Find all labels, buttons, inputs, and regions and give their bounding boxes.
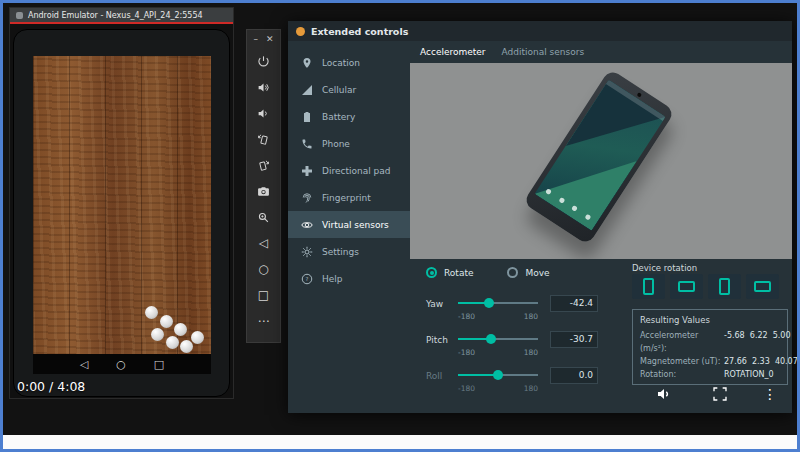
device-body	[523, 69, 676, 246]
player-menu-button[interactable]: ⋮	[759, 384, 781, 404]
roll-slider[interactable]	[458, 369, 538, 381]
slider-thumb[interactable]	[484, 298, 494, 308]
ball	[145, 306, 158, 319]
slider-max-label: 180	[524, 384, 538, 393]
sidebar-item-battery[interactable]: Battery	[288, 103, 410, 130]
volume-up-button[interactable]	[251, 74, 277, 100]
sensor-controls-panel: Rotate Move Yaw	[410, 259, 792, 413]
back-nav-button[interactable]: ◁	[251, 230, 277, 256]
device-3d-model[interactable]	[523, 69, 676, 246]
sidebar-item-settings[interactable]: Settings	[288, 238, 410, 265]
rotate-radio-label: Rotate	[444, 268, 473, 278]
sidebar-item-fingerprint[interactable]: Fingerprint	[288, 184, 410, 211]
phone-screen[interactable]: ◁ ○ □	[33, 56, 211, 374]
tab-accelerometer[interactable]: Accelerometer	[420, 47, 486, 57]
back-icon[interactable]: ◁	[80, 358, 88, 371]
player-volume-button[interactable]	[653, 384, 675, 404]
toolbar-window-controls: – ✕	[253, 30, 273, 48]
sidebar-item-help[interactable]: ? Help	[288, 265, 410, 292]
roll-slider-row: Roll -180 180	[426, 369, 598, 393]
slider-max-label: 180	[524, 348, 538, 357]
emulator-title: Android Emulator - Nexus_4_API_24_2:5554	[28, 11, 203, 20]
power-button[interactable]	[251, 48, 277, 74]
phone-icon	[301, 138, 313, 150]
fingerprint-icon	[301, 192, 313, 204]
move-radio[interactable]: Move	[507, 267, 549, 278]
result-value: ROTATION_0	[724, 368, 774, 381]
sidebar-item-phone[interactable]: Phone	[288, 130, 410, 157]
yaw-slider[interactable]	[458, 297, 538, 309]
screenshot-button[interactable]	[251, 178, 277, 204]
sidebar-item-label: Cellular	[322, 85, 356, 95]
result-label: Accelerometer (m/s²):	[640, 329, 724, 355]
player-fullscreen-button[interactable]	[709, 384, 731, 404]
pitch-slider[interactable]	[458, 333, 538, 345]
battery-icon	[301, 111, 313, 123]
yaw-value-field[interactable]: -42.4	[550, 295, 598, 312]
power-icon	[257, 55, 270, 68]
video-area[interactable]: Android Emulator - Nexus_4_API_24_2:5554	[3, 3, 797, 435]
roll-label: Roll	[426, 369, 458, 381]
zoom-button[interactable]	[251, 204, 277, 230]
slider-thumb[interactable]	[493, 370, 503, 380]
yaw-slider-row: Yaw -180 180	[426, 297, 598, 321]
phone-portrait-icon	[719, 278, 730, 295]
pitch-slider-row: Pitch -180 180	[426, 333, 598, 357]
phone-skin: ◁ ○ □	[13, 29, 230, 397]
dpad-icon	[301, 165, 313, 177]
rotation-reverse-landscape-button[interactable]	[746, 274, 779, 299]
window-icon	[296, 27, 305, 36]
location-icon	[301, 57, 313, 69]
more-button[interactable]: ⋯	[251, 308, 277, 334]
device-3d-view[interactable]	[410, 63, 792, 259]
result-label: Rotation:	[640, 368, 724, 381]
help-icon: ?	[301, 273, 313, 285]
virtual-sensors-icon	[301, 219, 313, 231]
result-value: -5.68 6.22 5.00	[724, 329, 791, 355]
home-icon: ○	[258, 263, 268, 275]
sidebar-item-cellular[interactable]: Cellular	[288, 76, 410, 103]
overview-nav-button[interactable]: □	[251, 282, 277, 308]
home-icon[interactable]: ○	[116, 358, 126, 371]
sidebar-item-directional-pad[interactable]: Directional pad	[288, 157, 410, 184]
home-nav-button[interactable]: ○	[251, 256, 277, 282]
minimize-button[interactable]: –	[253, 34, 258, 44]
slider-thumb[interactable]	[486, 334, 496, 344]
phone-landscape-icon	[754, 281, 771, 292]
sidebar-item-label: Phone	[322, 139, 350, 149]
mode-selector: Rotate Move	[426, 267, 550, 278]
roll-value-field[interactable]: 0.0	[550, 367, 598, 384]
slider-min-label: -180	[458, 312, 475, 321]
rotate-radio[interactable]: Rotate	[426, 267, 473, 278]
ball	[174, 323, 187, 336]
sidebar-item-location[interactable]: Location	[288, 49, 410, 76]
more-icon: ⋯	[258, 315, 270, 327]
volume-down-icon	[257, 107, 270, 120]
pitch-value-field[interactable]: -30.7	[550, 331, 598, 348]
magnifier-icon	[257, 211, 270, 224]
emulator-titlebar[interactable]: Android Emulator - Nexus_4_API_24_2:5554	[10, 8, 233, 24]
sidebar-item-label: Battery	[322, 112, 355, 122]
extended-controls-titlebar[interactable]: Extended controls	[288, 21, 792, 41]
rotate-left-button[interactable]	[251, 126, 277, 152]
video-frame: Android Emulator - Nexus_4_API_24_2:5554	[0, 0, 800, 452]
device-camera-dot	[637, 92, 643, 98]
sidebar-item-label: Help	[322, 274, 343, 284]
radio-dot-icon	[507, 267, 518, 278]
sidebar-item-virtual-sensors[interactable]: Virtual sensors	[288, 211, 410, 238]
rotate-right-button[interactable]	[251, 152, 277, 178]
rotate-left-icon	[257, 133, 270, 146]
phone-portrait-icon	[643, 278, 654, 295]
volume-down-button[interactable]	[251, 100, 277, 126]
back-icon: ◁	[259, 237, 268, 249]
rotation-reverse-portrait-button[interactable]	[708, 274, 741, 299]
close-button[interactable]: ✕	[266, 34, 274, 44]
emulator-window: Android Emulator - Nexus_4_API_24_2:5554	[9, 7, 234, 399]
virtual-sensors-panel: Accelerometer Additional sensors	[410, 41, 792, 413]
tab-additional-sensors[interactable]: Additional sensors	[502, 47, 585, 57]
overview-icon[interactable]: □	[154, 358, 164, 371]
cellular-icon	[301, 84, 313, 96]
rotation-landscape-button[interactable]	[670, 274, 703, 299]
gear-icon	[301, 246, 313, 258]
rotation-portrait-button[interactable]	[632, 274, 665, 299]
